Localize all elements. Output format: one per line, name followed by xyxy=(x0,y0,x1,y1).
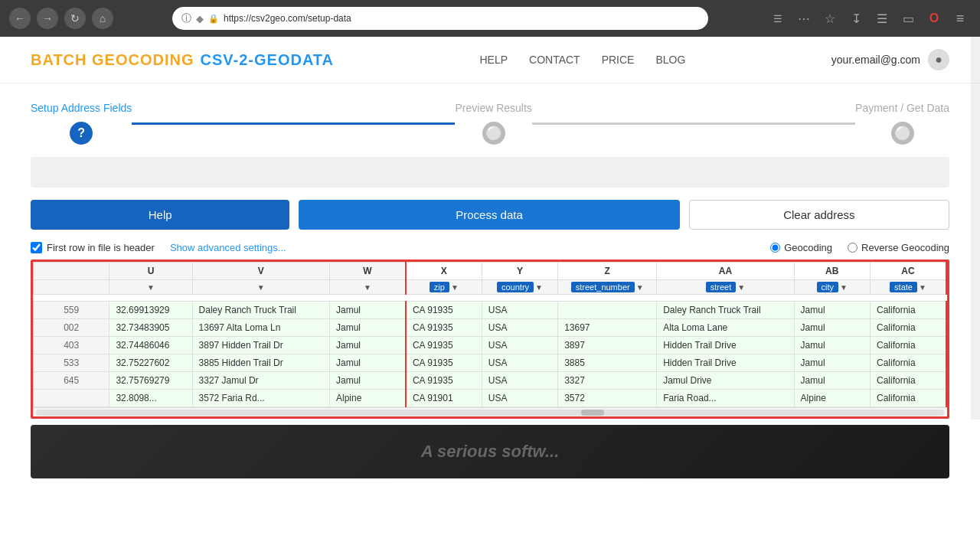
row-idx: 559 xyxy=(34,302,109,319)
col-u-dropdown[interactable]: ▼ xyxy=(109,280,192,295)
sidebar-button[interactable]: ▭ xyxy=(897,8,919,29)
col-v-arrow[interactable]: ▼ xyxy=(257,283,265,292)
table-row: 403 32.74486046 3897 Hidden Trail Dr Jam… xyxy=(34,337,947,354)
forward-button[interactable]: → xyxy=(37,8,58,29)
cell-aa: Alta Loma Lane xyxy=(657,319,794,337)
cell-w: Jamul xyxy=(329,337,405,354)
col-v-header[interactable]: V xyxy=(192,263,329,280)
cell-x: CA 91935 xyxy=(406,319,482,337)
back-button[interactable]: ← xyxy=(9,8,31,29)
geocoding-radio-label[interactable]: Geocoding xyxy=(770,242,832,253)
col-aa-badge[interactable]: street xyxy=(706,282,737,292)
step-3-node[interactable]: ⚪ xyxy=(891,122,914,145)
reader-view-button[interactable]: ☰ xyxy=(767,8,789,29)
col-ac-badge[interactable]: state xyxy=(890,282,917,292)
h-scrollbar-thumb[interactable] xyxy=(581,410,604,416)
cell-y: USA xyxy=(482,319,557,337)
address-bar[interactable]: ⓘ ◆ 🔒 https://csv2geo.com/setup-data xyxy=(172,7,708,30)
help-button[interactable]: Help xyxy=(31,200,289,230)
header: BATCH GEOCODING CSV-2-GEODATA HELP CONTA… xyxy=(0,37,980,83)
col-w-header[interactable]: W xyxy=(329,263,405,280)
steps-row: Setup Address Fields ? Preview Results ⚪… xyxy=(31,102,949,145)
nav-contact[interactable]: CONTACT xyxy=(529,54,580,66)
cell-v: 13697 Alta Loma Ln xyxy=(192,319,329,337)
footer-ad-text: A serious softw... xyxy=(421,442,560,462)
col-w-arrow[interactable]: ▼ xyxy=(364,283,371,292)
clear-button[interactable]: Clear address xyxy=(689,200,949,230)
col-y-badge[interactable]: country xyxy=(497,282,534,292)
cell-x: CA 91935 xyxy=(406,337,482,354)
home-button[interactable]: ⌂ xyxy=(92,8,113,29)
col-y-dropdown[interactable]: country ▼ xyxy=(482,280,557,295)
col-x-arrow[interactable]: ▼ xyxy=(451,283,459,292)
col-v-dropdown[interactable]: ▼ xyxy=(192,280,329,295)
page: BATCH GEOCODING CSV-2-GEODATA HELP CONTA… xyxy=(0,37,980,555)
col-ab-dropdown[interactable]: city ▼ xyxy=(794,280,870,295)
col-aa-header[interactable]: AA xyxy=(657,263,794,280)
bookmark-button[interactable]: ☆ xyxy=(819,8,841,29)
cell-ab: Jamul xyxy=(794,319,870,337)
h-scrollbar-track[interactable] xyxy=(36,410,944,416)
col-u-arrow[interactable]: ▼ xyxy=(147,283,155,292)
col-ac-dropdown[interactable]: state ▼ xyxy=(870,280,946,295)
cell-ac: California xyxy=(870,319,946,337)
cell-x: CA 91901 xyxy=(406,390,482,407)
reload-button[interactable]: ↻ xyxy=(64,8,86,29)
spacer-row xyxy=(34,295,947,302)
col-z-header[interactable]: Z xyxy=(558,263,657,280)
col-y-arrow[interactable]: ▼ xyxy=(535,283,543,292)
library-button[interactable]: ☰ xyxy=(871,8,893,29)
step-2-node[interactable]: ⚪ xyxy=(482,122,505,145)
col-u-header[interactable]: U xyxy=(109,263,192,280)
col-z-arrow[interactable]: ▼ xyxy=(636,283,644,292)
step-3: Payment / Get Data ⚪ xyxy=(855,102,949,145)
process-button[interactable]: Process data xyxy=(299,200,679,230)
col-x-header[interactable]: X xyxy=(406,263,482,280)
header-checkbox[interactable] xyxy=(31,242,42,253)
col-ab-badge[interactable]: city xyxy=(817,282,839,292)
nav-blog[interactable]: BLOG xyxy=(655,54,685,66)
col-y-header[interactable]: Y xyxy=(482,263,557,280)
cell-z xyxy=(558,302,657,319)
nav-help[interactable]: HELP xyxy=(479,54,508,66)
nav-price[interactable]: PRICE xyxy=(602,54,635,66)
connector-2-3 xyxy=(532,122,855,125)
cell-z: 3572 xyxy=(558,390,657,407)
user-icon[interactable]: ● xyxy=(928,49,949,70)
more-button[interactable]: ⋯ xyxy=(793,8,815,29)
header-checkbox-label[interactable]: First row in file is header xyxy=(31,242,155,253)
col-z-badge[interactable]: street_number xyxy=(571,282,635,292)
col-z-dropdown[interactable]: street_number ▼ xyxy=(558,280,657,295)
advanced-settings-link[interactable]: Show advanced settings... xyxy=(170,242,286,253)
vertical-scrollbar[interactable] xyxy=(971,37,980,420)
col-ac-header[interactable]: AC xyxy=(870,263,946,280)
cell-ac: California xyxy=(870,337,946,354)
download-button[interactable]: ↧ xyxy=(845,8,867,29)
col-ac-arrow[interactable]: ▼ xyxy=(919,283,926,292)
table-row: 32.8098... 3572 Faria Rd... Alpine CA 91… xyxy=(34,390,947,407)
reverse-radio[interactable] xyxy=(848,243,858,253)
step-1-node[interactable]: ? xyxy=(70,122,93,145)
cell-u: 32.8098... xyxy=(109,390,192,407)
opera-button[interactable]: O xyxy=(923,8,945,29)
reverse-radio-label[interactable]: Reverse Geocoding xyxy=(848,242,949,253)
col-ab-arrow[interactable]: ▼ xyxy=(840,283,848,292)
col-x-badge[interactable]: zip xyxy=(430,282,449,292)
file-upload-area xyxy=(31,157,949,188)
table-scroll-area[interactable]: U V W X Y Z AA AB AC xyxy=(33,262,947,407)
geocoding-radio[interactable] xyxy=(770,243,780,253)
table-body: 559 32.69913929 Daley Ranch Truck Trail … xyxy=(34,302,947,407)
col-ab-header[interactable]: AB xyxy=(794,263,870,280)
col-x-dropdown[interactable]: zip ▼ xyxy=(406,280,482,295)
menu-button[interactable]: ≡ xyxy=(949,8,971,29)
table-row: 002 32.73483905 13697 Alta Loma Ln Jamul… xyxy=(34,319,947,337)
col-w-dropdown[interactable]: ▼ xyxy=(329,280,405,295)
cell-y: USA xyxy=(482,354,557,372)
col-aa-dropdown[interactable]: street ▼ xyxy=(657,280,794,295)
col-aa-arrow[interactable]: ▼ xyxy=(737,283,745,292)
row-idx: 002 xyxy=(34,319,109,337)
row-num-dropdown xyxy=(34,280,109,295)
table-row: 645 32.75769279 3327 Jamul Dr Jamul CA 9… xyxy=(34,372,947,390)
row-idx: 403 xyxy=(34,337,109,354)
cell-ac: California xyxy=(870,354,946,372)
